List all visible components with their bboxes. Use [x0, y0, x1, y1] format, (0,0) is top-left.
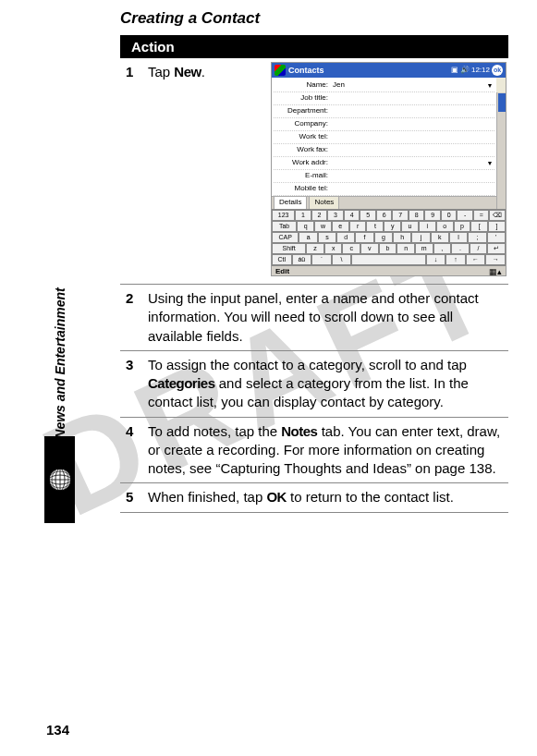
- dropdown-arrow-icon[interactable]: ▼: [485, 159, 494, 167]
- key[interactable]: 6: [376, 210, 393, 221]
- text-fragment: When finished, tap: [148, 489, 266, 505]
- field-workfax[interactable]: Work fax:: [274, 144, 494, 157]
- key[interactable]: 1: [295, 210, 311, 221]
- key[interactable]: 123: [272, 210, 295, 221]
- speaker-icon: 🔊: [460, 66, 470, 76]
- action-header: Action: [120, 35, 508, 58]
- key[interactable]: z: [306, 243, 324, 254]
- step-number: 3: [126, 356, 148, 412]
- step-row-4: 4 To add notes, tap the Notes tab. You c…: [120, 418, 508, 484]
- key[interactable]: p: [454, 221, 471, 232]
- dropdown-arrow-icon[interactable]: ▼: [485, 81, 494, 90]
- field-worktel[interactable]: Work tel:: [274, 131, 494, 144]
- key[interactable]: ': [487, 232, 506, 243]
- key[interactable]: m: [415, 243, 433, 254]
- keyboard-toggle-icon[interactable]: ▦▴: [489, 266, 502, 276]
- field-department[interactable]: Department:: [274, 105, 494, 118]
- key[interactable]: x: [324, 243, 343, 254]
- key[interactable]: u: [401, 221, 419, 232]
- key[interactable]: c: [342, 243, 360, 254]
- key-right[interactable]: →: [485, 254, 506, 265]
- key-ctl[interactable]: Ctl: [272, 254, 292, 265]
- scrollbar[interactable]: [496, 92, 506, 209]
- field-company[interactable]: Company:: [274, 118, 494, 131]
- key[interactable]: 5: [360, 210, 376, 221]
- key[interactable]: /: [470, 243, 488, 254]
- key[interactable]: a: [299, 232, 317, 243]
- key-left[interactable]: ←: [466, 254, 486, 265]
- field-name[interactable]: Name:Jen▼: [274, 79, 494, 92]
- device-titlebar: Contacts ▣ 🔊 12:12 ok: [272, 63, 506, 78]
- key[interactable]: b: [379, 243, 397, 254]
- field-email[interactable]: E-mail:: [274, 170, 494, 183]
- step-row-2: 2 Using the input panel, enter a name an…: [120, 285, 508, 351]
- key[interactable]: .: [451, 243, 470, 254]
- field-label: Company:: [274, 119, 331, 129]
- scrollbar-thumb[interactable]: [498, 93, 506, 112]
- step-number: 1: [126, 63, 148, 279]
- key[interactable]: e: [332, 221, 349, 232]
- field-mobile[interactable]: Mobile tel:: [274, 183, 494, 196]
- key[interactable]: 4: [344, 210, 360, 221]
- key[interactable]: 9: [424, 210, 441, 221]
- field-jobtitle[interactable]: Job title:: [274, 92, 494, 105]
- field-workaddr[interactable]: Work addr:▼: [274, 157, 494, 170]
- step-text: To add notes, tap the Notes tab. You can…: [148, 422, 503, 479]
- app-title: Contacts: [288, 65, 451, 76]
- key[interactable]: w: [314, 221, 332, 232]
- key-enter[interactable]: ↵: [487, 243, 506, 254]
- key[interactable]: q: [297, 221, 314, 232]
- key[interactable]: `: [311, 254, 332, 265]
- key[interactable]: n: [397, 243, 415, 254]
- key[interactable]: -: [457, 210, 473, 221]
- key-tab[interactable]: Tab: [272, 221, 297, 232]
- key-up[interactable]: ↑: [445, 254, 466, 265]
- field-label: Job title:: [274, 93, 331, 104]
- key-shift[interactable]: Shift: [272, 243, 306, 254]
- key[interactable]: k: [431, 232, 449, 243]
- key[interactable]: y: [384, 221, 401, 232]
- key[interactable]: o: [436, 221, 454, 232]
- key[interactable]: j: [411, 232, 430, 243]
- step-number: 5: [126, 488, 148, 506]
- key[interactable]: r: [349, 221, 367, 232]
- tab-notes[interactable]: Notes: [309, 196, 339, 209]
- key[interactable]: \: [332, 254, 352, 265]
- key[interactable]: l: [449, 232, 468, 243]
- step-row-1: 1 Tap New. Contacts ▣ 🔊 12:12 ok: [120, 58, 508, 285]
- edit-menu[interactable]: Edit: [275, 267, 289, 276]
- key-intl[interactable]: áü: [292, 254, 312, 265]
- tab-details[interactable]: Details: [274, 196, 307, 209]
- field-label: Work addr:: [274, 158, 331, 168]
- soft-keyboard[interactable]: 1231234567890-=⌫ Tabqwertyuiop[] CAPasdf…: [272, 209, 506, 265]
- key[interactable]: 2: [311, 210, 328, 221]
- key[interactable]: 8: [409, 210, 425, 221]
- key[interactable]: f: [355, 232, 373, 243]
- key[interactable]: ;: [468, 232, 486, 243]
- time-label: 12:12: [471, 66, 490, 76]
- key-space[interactable]: [351, 254, 425, 265]
- step-row-3: 3 To assign the contact to a category, s…: [120, 351, 508, 418]
- key[interactable]: [: [470, 221, 488, 232]
- key[interactable]: 0: [441, 210, 458, 221]
- key[interactable]: i: [419, 221, 436, 232]
- key-down[interactable]: ↓: [426, 254, 446, 265]
- key[interactable]: h: [393, 232, 411, 243]
- key[interactable]: d: [336, 232, 355, 243]
- ok-button[interactable]: ok: [492, 65, 503, 76]
- key-caps[interactable]: CAP: [272, 232, 299, 243]
- key[interactable]: t: [366, 221, 384, 232]
- key[interactable]: 7: [392, 210, 409, 221]
- key[interactable]: =: [473, 210, 490, 221]
- key[interactable]: g: [374, 232, 393, 243]
- key[interactable]: 3: [327, 210, 344, 221]
- tabs-row: Details Notes: [272, 196, 506, 209]
- key[interactable]: s: [318, 232, 336, 243]
- field-value: Jen: [331, 80, 485, 91]
- keyword-notes: Notes: [281, 423, 317, 439]
- key-backspace[interactable]: ⌫: [489, 210, 506, 221]
- key[interactable]: ]: [488, 221, 506, 232]
- key[interactable]: v: [360, 243, 379, 254]
- keyword-ok: OK: [266, 489, 287, 505]
- key[interactable]: ,: [433, 243, 452, 254]
